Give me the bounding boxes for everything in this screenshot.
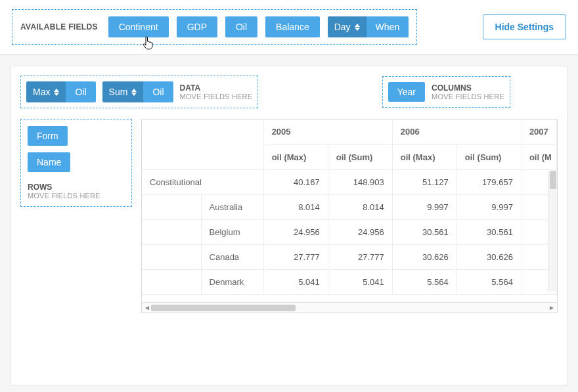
table-row: Denmark 5.041 5.041 5.564 5.564: [142, 269, 557, 294]
col-header-measure[interactable]: oil (Max): [263, 144, 328, 169]
col-header-measure[interactable]: oil (Max): [392, 144, 456, 169]
data-zone-title: DATA: [180, 83, 253, 93]
table-row: Australia 8.014 8.014 9.997 9.997: [142, 194, 557, 219]
col-header-year[interactable]: 2005: [263, 120, 392, 144]
col-header-measure[interactable]: oil (Sum): [328, 144, 392, 169]
table-row: Belgium 24.956 24.956 30.561 30.561: [142, 219, 557, 244]
field-chip-day-when[interactable]: Day When: [328, 16, 409, 37]
col-header-measure[interactable]: oil (Sum): [456, 144, 521, 169]
svg-marker-0: [355, 24, 360, 27]
rows-zone-hint: MOVE FIELDS HERE: [28, 192, 100, 200]
columns-dropzone[interactable]: Year COLUMNS MOVE FIELDS HERE: [382, 76, 510, 108]
table-row: Canada 27.777 27.777 30.626 30.626: [142, 244, 557, 269]
pivot-configurator: Max Oil Sum Oil DATA MOVE FIELDS HERE: [11, 66, 567, 386]
horizontal-scrollbar-thumb[interactable]: [151, 305, 296, 311]
data-zone-hint: MOVE FIELDS HERE: [180, 93, 253, 100]
rows-zone-title: ROWS: [28, 183, 100, 192]
sort-arrows-icon: [54, 89, 59, 96]
data-dropzone[interactable]: Max Oil Sum Oil DATA MOVE FIELDS HERE: [20, 76, 258, 108]
field-chip-balance[interactable]: Balance: [265, 16, 320, 37]
svg-marker-3: [54, 93, 59, 96]
field-chip-continent[interactable]: Continent: [108, 16, 169, 37]
columns-item-year[interactable]: Year: [388, 82, 425, 102]
field-chip-when[interactable]: When: [367, 16, 409, 37]
table-row: Constitutional 40.167 148.903 51.127 179…: [142, 169, 557, 194]
sort-arrows-icon: [355, 24, 360, 31]
field-chip-day[interactable]: Day: [328, 16, 367, 37]
vertical-scrollbar-thumb[interactable]: [550, 171, 556, 189]
columns-zone-title: COLUMNS: [432, 83, 504, 93]
scroll-right-icon[interactable]: ►: [548, 304, 555, 311]
scroll-left-icon[interactable]: ◄: [144, 304, 150, 311]
field-chip-gdp[interactable]: GDP: [177, 16, 217, 37]
pivot-table: 2005 2006 2007 oil (Max) oil (Sum) oil (…: [142, 120, 557, 295]
svg-marker-5: [131, 93, 137, 96]
svg-marker-1: [355, 28, 360, 31]
data-item-sum-oil[interactable]: Sum Oil: [102, 81, 173, 102]
available-fields-container: AVAILABLE FIELDS Continent GDP Oil Balan…: [12, 9, 417, 45]
svg-marker-4: [131, 89, 137, 92]
rows-item-form[interactable]: Form: [28, 126, 68, 146]
col-header-year[interactable]: 2006: [392, 120, 521, 144]
hide-settings-button[interactable]: Hide Settings: [483, 14, 566, 39]
field-chip-oil[interactable]: Oil: [225, 16, 257, 37]
pivot-table-container: 2005 2006 2007 oil (Max) oil (Sum) oil (…: [141, 119, 558, 313]
data-item-max-oil[interactable]: Max Oil: [26, 81, 96, 102]
vertical-scrollbar[interactable]: [548, 171, 557, 292]
col-header-measure[interactable]: oil (M: [521, 144, 556, 169]
columns-zone-hint: MOVE FIELDS HERE: [432, 93, 504, 100]
col-header-year[interactable]: 2007: [521, 120, 556, 144]
rows-item-name[interactable]: Name: [28, 152, 70, 172]
sort-arrows-icon: [131, 89, 137, 96]
pivot-corner: [142, 120, 263, 169]
horizontal-scrollbar[interactable]: ◄ ►: [142, 302, 557, 313]
svg-marker-2: [54, 89, 59, 92]
available-fields-label: AVAILABLE FIELDS: [20, 22, 98, 32]
top-toolbar: AVAILABLE FIELDS Continent GDP Oil Balan…: [0, 0, 578, 55]
rows-dropzone[interactable]: Form Name ROWS MOVE FIELDS HERE: [20, 119, 132, 207]
